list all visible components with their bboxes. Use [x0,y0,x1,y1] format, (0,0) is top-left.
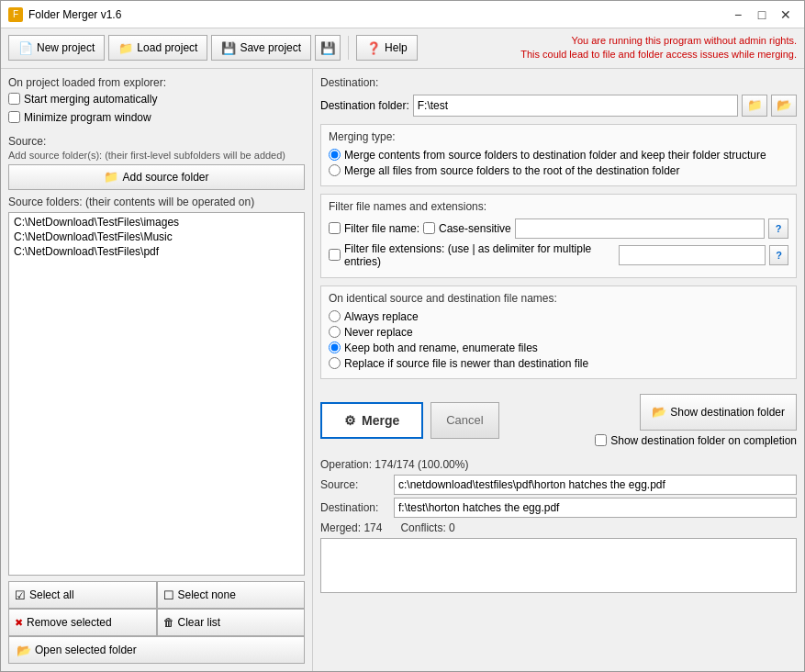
start-merging-label[interactable]: Start merging automatically [24,93,157,106]
merge-button[interactable]: Merge [320,402,423,439]
remove-selected-button[interactable]: Remove selected [8,609,157,636]
clear-list-label: Clear list [178,616,221,629]
always-replace-radio[interactable] [329,310,341,322]
help-button[interactable]: Help [356,35,418,61]
app-icon: F [8,7,23,22]
list-item[interactable]: C:\NetDownload\TestFiles\Music [11,230,302,244]
remove-selected-label: Remove selected [27,616,112,629]
merge-option2-label[interactable]: Merge all files from source folders to t… [344,164,680,177]
filter-ext-row: Filter file extensions: (use | as delimi… [329,242,788,268]
merged-label: Merged: [320,521,361,534]
close-button[interactable]: ✕ [775,6,797,24]
stats-row: Merged: 174 Conflicts: 0 [320,521,797,534]
filter-name-label[interactable]: Filter file name: [344,222,419,235]
select-all-icon [15,588,26,602]
destination-row: Destination folder: 📁 📂 [320,95,797,117]
minimize-label[interactable]: Minimize program window [24,111,151,124]
minimize-button[interactable]: − [727,6,749,24]
folders-list-inner: C:\NetDownload\TestFiles\images C:\NetDo… [9,213,304,261]
open-selected-label: Open selected folder [35,644,137,656]
merge-option2-row: Merge all files from source folders to t… [329,164,788,177]
merge-option1-radio[interactable] [329,149,341,161]
source-progress-value: c:\netdownload\testfiles\pdf\horton hatc… [394,475,797,495]
maximize-button[interactable]: □ [751,6,773,24]
window-title: Folder Merger v1.6 [28,8,727,21]
add-source-sublabel: Add source folder(s): (their first-level… [8,150,305,161]
keep-both-radio[interactable] [329,342,341,353]
source-section-label: Source: [8,135,305,148]
filter-label: Filter file names and extensions: [329,200,788,213]
admin-warning-line2: This could lead to file and folder acces… [421,48,797,62]
minimize-row: Minimize program window [8,111,305,124]
list-item[interactable]: C:\NetDownload\TestFiles\pdf [11,244,302,259]
clear-list-icon [163,616,174,629]
toolbar-divider [348,36,349,60]
merge-option1-label[interactable]: Merge contents from source folders to de… [344,149,766,162]
case-sensitive-label[interactable]: Case-sensitive [439,222,511,235]
window-controls: − □ ✕ [727,6,797,24]
start-merging-checkbox[interactable] [8,93,20,105]
open-selected-folder-button[interactable]: Open selected folder [8,636,305,664]
destination-folder-input[interactable] [413,95,738,117]
minimize-checkbox[interactable] [8,111,20,123]
never-replace-label[interactable]: Never replace [344,326,413,339]
help-label: Help [385,41,408,54]
main-window: F Folder Merger v1.6 − □ ✕ New project L… [0,0,805,672]
merge-option2-radio[interactable] [329,164,341,176]
conflicts-stat: Conflicts: 0 [400,521,454,534]
destination-folder-label: Destination folder: [320,99,409,112]
keep-both-row: Keep both and rename, enumerate files [329,342,788,354]
replace-newer-row: Replace if source file is newer than des… [329,357,788,370]
select-all-button[interactable]: Select all [8,581,157,609]
never-replace-radio[interactable] [329,326,341,338]
filter-group: Filter file names and extensions: Filter… [320,194,797,278]
select-none-icon [163,588,174,602]
admin-warning: You are running this program without adm… [421,34,797,62]
show-destination-button[interactable]: Show destination folder [640,394,797,431]
new-project-button[interactable]: New project [8,35,105,61]
add-source-button[interactable]: Add source folder [8,164,305,190]
filter-name-input[interactable] [515,218,765,239]
start-merging-row: Start merging automatically [8,93,305,106]
save-project-button[interactable]: Save project [211,35,311,61]
log-area[interactable] [320,538,797,593]
cancel-button[interactable]: Cancel [430,402,498,439]
save-project-label: Save project [240,41,301,54]
open-dest-icon: 📂 [777,98,792,112]
list-item[interactable]: C:\NetDownload\TestFiles\images [11,215,302,230]
dest-progress-value: f:\test\horton hatches the egg.pdf [394,498,797,518]
filter-name-row: Filter file name: Case-sensitive ? [329,218,788,239]
select-none-button[interactable]: Select none [157,581,306,609]
filter-ext-checkbox[interactable] [329,249,341,261]
filter-name-checkbox[interactable] [329,222,341,234]
filter-ext-input[interactable] [619,245,766,265]
save-extra-button[interactable]: 💾 [315,35,341,61]
select-none-label: Select none [178,588,236,601]
bottom-buttons: Select all Select none Remove selected C… [8,581,305,664]
keep-both-label[interactable]: Keep both and rename, enumerate files [344,342,538,354]
browse-folder-button[interactable]: 📁 [742,95,767,117]
title-bar: F Folder Merger v1.6 − □ ✕ [1,1,804,28]
show-dest-completion-label[interactable]: Show destination folder on completion [610,434,797,447]
destination-section-label: Destination: [320,76,797,89]
replace-newer-label[interactable]: Replace if source file is newer than des… [344,357,588,370]
source-folders-list[interactable]: C:\NetDownload\TestFiles\images C:\NetDo… [8,212,305,576]
conflicts-label: Conflicts: [400,521,445,534]
filter-name-help-button[interactable]: ? [768,218,788,239]
new-project-icon [18,41,33,55]
identical-label: On identical source and destination file… [329,292,788,305]
merged-stat: Merged: 174 [320,521,382,534]
filter-ext-label[interactable]: Filter file extensions: (use | as delimi… [344,242,615,268]
always-replace-label[interactable]: Always replace [344,310,419,323]
right-panel: Destination: Destination folder: 📁 📂 Mer… [313,69,804,671]
save-extra-icon: 💾 [320,41,336,55]
load-project-button[interactable]: Load project [108,35,207,61]
case-sensitive-checkbox[interactable] [423,222,435,234]
new-project-label: New project [37,41,95,54]
clear-list-button[interactable]: Clear list [157,609,306,636]
show-dest-completion-checkbox[interactable] [595,434,607,446]
filter-ext-help-button[interactable]: ? [769,245,788,265]
open-dest-folder-button[interactable]: 📂 [771,95,797,117]
replace-newer-radio[interactable] [329,357,341,369]
browse-folder-icon: 📁 [747,98,763,112]
